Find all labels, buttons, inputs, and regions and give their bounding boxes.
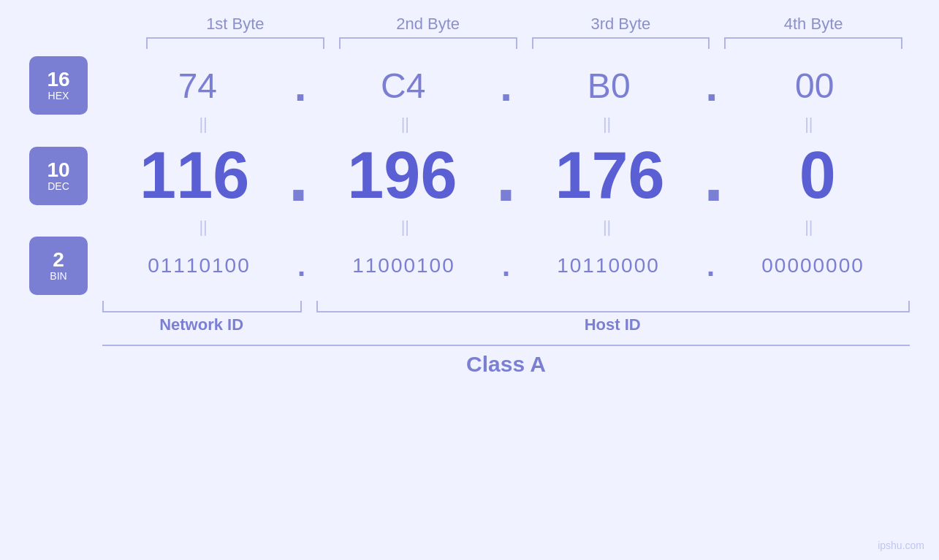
hex-dot-2: . [498,61,514,111]
bin-dot-3: . [705,250,716,283]
bin-dot-2: . [501,250,512,283]
eq2-4: || [708,219,910,235]
hex-row: 16 HEX 74 . C4 . B0 . 00 [29,56,910,115]
dec-val-3: 176 [517,138,702,213]
host-bracket [316,301,910,312]
watermark: ipshu.com [878,540,924,551]
top-bracket-4 [724,37,902,49]
bin-val-2: 11000100 [307,254,501,277]
bin-val-1: 01110100 [102,254,296,277]
network-id-label: Network ID [102,315,300,334]
eq2-2: || [304,219,506,235]
eq1-3: || [506,116,708,132]
hex-dot-3: . [704,61,720,111]
eq2-1: || [102,219,304,235]
bin-dot-1: . [296,250,307,283]
eq2-3: || [506,219,708,235]
class-line-container: Class A [29,345,910,377]
equals-row-1: || || || || [29,116,910,132]
byte-headers: 1st Byte 2nd Byte 3rd Byte 4th Byte [29,15,910,34]
dec-badge: 10 DEC [29,147,88,205]
dec-val-1: 116 [102,138,286,213]
hex-values: 74 . C4 . B0 . 00 [102,61,910,111]
dec-dot-1: . [286,134,310,218]
byte-header-3: 3rd Byte [525,15,718,34]
top-bracket-3 [532,37,710,49]
host-id-label: Host ID [315,315,910,334]
dec-val-4: 0 [726,138,910,213]
bin-badge: 2 BIN [29,237,88,295]
network-bracket [102,301,302,312]
bin-base-number: 2 [53,250,64,270]
hex-val-3: B0 [514,66,704,106]
dec-val-2: 196 [310,138,494,213]
hex-dot-1: . [293,61,308,111]
top-bracket-2 [339,37,517,49]
eq1-4: || [708,116,910,132]
hex-base-number: 16 [47,69,69,90]
equals-row-2: || || || || [29,219,910,235]
dec-base-number: 10 [47,160,69,180]
eq1-1: || [102,116,304,132]
bottom-brackets [29,301,910,312]
hex-badge: 16 HEX [29,56,88,115]
main-container: 1st Byte 2nd Byte 3rd Byte 4th Byte 16 H… [0,0,939,560]
hex-val-1: 74 [102,66,293,106]
dec-values: 116 . 196 . 176 . 0 [102,134,910,218]
top-brackets [29,37,910,49]
hex-val-4: 00 [719,66,910,106]
class-full-line [102,345,910,346]
top-bracket-1 [146,37,324,49]
dec-dot-2: . [495,134,518,218]
eq1-2: || [304,116,506,132]
byte-header-1: 1st Byte [139,15,332,34]
id-labels: Network ID Host ID [29,315,910,334]
hex-val-2: C4 [308,66,498,106]
dec-base-label: DEC [47,180,69,192]
bin-val-3: 10110000 [512,254,705,277]
bin-row: 2 BIN 01110100 . 11000100 . 10110000 . 0… [29,237,910,295]
bin-values: 01110100 . 11000100 . 10110000 . 0000000… [102,250,910,283]
hex-base-label: HEX [48,90,69,101]
dec-dot-3: . [702,134,726,218]
bin-val-4: 00000000 [716,254,910,277]
byte-header-4: 4th Byte [717,15,910,34]
bin-base-label: BIN [50,270,66,282]
byte-header-2: 2nd Byte [332,15,525,34]
class-label: Class A [102,352,910,377]
dec-row: 10 DEC 116 . 196 . 176 . 0 [29,134,910,218]
